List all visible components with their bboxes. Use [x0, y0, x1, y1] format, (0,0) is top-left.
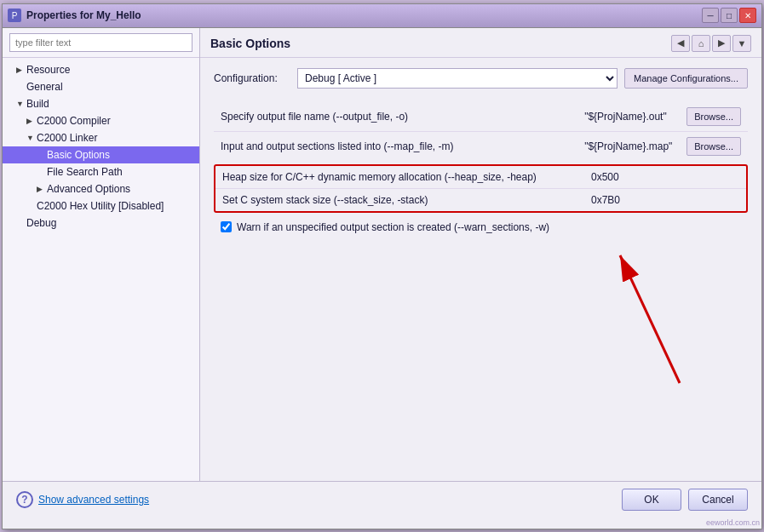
- footer: ? Show advanced settings OK Cancel: [3, 481, 761, 518]
- sidebar-item-label: File Search Path: [47, 166, 123, 178]
- page-title: Basic Options: [210, 37, 290, 50]
- sidebar-item-file-search-path[interactable]: File Search Path: [3, 163, 199, 180]
- show-advanced-link[interactable]: Show advanced settings: [38, 494, 149, 506]
- browse-cell: [686, 188, 746, 211]
- table-row: Specify output file name (--output_file,…: [214, 102, 748, 132]
- highlighted-table: Heap size for C/C++ dynamic memory alloc…: [215, 166, 746, 211]
- config-label: Configuration:: [214, 72, 290, 84]
- footer-right: OK Cancel: [622, 489, 748, 511]
- main-panel: Basic Options ◀ ⌂ ▶ ▼ Configuration: Deb…: [200, 28, 761, 481]
- panel-body: Configuration: Debug [ Active ] Manage C…: [200, 58, 761, 481]
- tree-arrow-icon: ▶: [16, 66, 26, 74]
- red-arrow-icon: [595, 238, 697, 392]
- sidebar-item-c2000-compiler[interactable]: ▶C2000 Compiler: [3, 112, 199, 129]
- content-area: ▶ResourceGeneral▼Build▶C2000 Compiler▼C2…: [3, 28, 761, 481]
- highlighted-section: Heap size for C/C++ dynamic memory alloc…: [214, 164, 748, 213]
- title-bar-controls: ─ □ ✕: [702, 8, 756, 23]
- options-table: Specify output file name (--output_file,…: [214, 102, 748, 161]
- window-title: Properties for My_Hello: [26, 9, 141, 21]
- tree-arrow-icon: ▶: [26, 117, 37, 125]
- row-value: 0x500: [584, 166, 686, 189]
- warn-checkbox[interactable]: [221, 221, 232, 232]
- window-icon: P: [8, 9, 21, 22]
- help-icon[interactable]: ?: [16, 491, 33, 508]
- back-button[interactable]: ◀: [671, 35, 690, 52]
- footer-left: ? Show advanced settings: [16, 491, 149, 508]
- maximize-button[interactable]: □: [721, 8, 738, 23]
- browse-cell: Browse...: [680, 131, 748, 161]
- svg-line-1: [620, 255, 680, 383]
- row-label: Heap size for C/C++ dynamic memory alloc…: [215, 166, 584, 189]
- warn-label: Warn if an unspecified output section is…: [237, 221, 549, 233]
- sidebar-item-label: Advanced Options: [47, 183, 130, 195]
- row-label: Specify output file name (--output_file,…: [214, 102, 577, 132]
- panel-header: Basic Options ◀ ⌂ ▶ ▼: [200, 28, 761, 58]
- panel-toolbar: ◀ ⌂ ▶ ▼: [671, 35, 751, 52]
- tree: ▶ResourceGeneral▼Build▶C2000 Compiler▼C2…: [3, 58, 199, 481]
- cancel-button[interactable]: Cancel: [688, 489, 748, 511]
- properties-window: P Properties for My_Hello ─ □ ✕ ▶Resourc…: [2, 3, 762, 529]
- sidebar-item-label: C2000 Compiler: [37, 115, 111, 127]
- table-row: Heap size for C/C++ dynamic memory alloc…: [215, 166, 746, 189]
- watermark: eeworld.com.cn: [3, 518, 761, 529]
- sidebar-item-label: General: [26, 81, 63, 93]
- browse-cell: Browse...: [680, 102, 748, 132]
- filter-input[interactable]: [9, 33, 192, 52]
- row-value: "${ProjName}.map": [577, 131, 680, 161]
- sidebar: ▶ResourceGeneral▼Build▶C2000 Compiler▼C2…: [3, 28, 200, 481]
- sidebar-item-label: Debug: [26, 217, 56, 229]
- config-select[interactable]: Debug [ Active ]: [297, 68, 618, 89]
- table-row: Input and output sections listed into (-…: [214, 131, 748, 161]
- sidebar-item-label: Build: [26, 98, 49, 110]
- arrow-annotation: [214, 238, 748, 409]
- title-bar: P Properties for My_Hello ─ □ ✕: [3, 4, 761, 28]
- row-value: 0x7B0: [584, 188, 686, 211]
- browse-button[interactable]: Browse...: [686, 137, 741, 156]
- sidebar-item-debug[interactable]: Debug: [3, 215, 199, 232]
- sidebar-item-c2000-linker[interactable]: ▼C2000 Linker: [3, 129, 199, 146]
- browse-cell: [686, 166, 746, 189]
- sidebar-item-label: C2000 Hex Utility [Disabled]: [37, 200, 164, 212]
- row-value: "${ProjName}.out": [577, 102, 680, 132]
- sidebar-item-advanced-options[interactable]: ▶Advanced Options: [3, 180, 199, 197]
- sidebar-item-label: Resource: [26, 64, 70, 76]
- forward-button[interactable]: ▶: [712, 35, 731, 52]
- browse-button[interactable]: Browse...: [686, 107, 741, 126]
- table-row: Set C system stack size (--stack_size, -…: [215, 188, 746, 211]
- configuration-row: Configuration: Debug [ Active ] Manage C…: [214, 68, 748, 89]
- title-bar-left: P Properties for My_Hello: [8, 9, 141, 22]
- manage-configurations-button[interactable]: Manage Configurations...: [624, 68, 748, 89]
- ok-button[interactable]: OK: [622, 489, 681, 511]
- sidebar-item-label: C2000 Linker: [37, 132, 97, 144]
- sidebar-item-general[interactable]: General: [3, 78, 199, 95]
- home-button[interactable]: ⌂: [692, 35, 710, 52]
- filter-box: [3, 28, 199, 58]
- tree-arrow-icon: ▶: [37, 185, 47, 193]
- row-label: Input and output sections listed into (-…: [214, 131, 577, 161]
- dropdown-button[interactable]: ▼: [732, 35, 751, 52]
- sidebar-item-c2000-hex-utility[interactable]: C2000 Hex Utility [Disabled]: [3, 197, 199, 215]
- tree-arrow-icon: ▼: [16, 100, 26, 108]
- row-label: Set C system stack size (--stack_size, -…: [215, 188, 584, 211]
- sidebar-item-basic-options[interactable]: Basic Options: [3, 146, 199, 163]
- minimize-button[interactable]: ─: [702, 8, 719, 23]
- warn-checkbox-row: Warn if an unspecified output section is…: [214, 216, 748, 238]
- sidebar-item-resource[interactable]: ▶Resource: [3, 61, 199, 78]
- close-button[interactable]: ✕: [739, 8, 756, 23]
- tree-arrow-icon: ▼: [26, 134, 37, 142]
- sidebar-item-label: Basic Options: [47, 149, 110, 161]
- sidebar-item-build[interactable]: ▼Build: [3, 95, 199, 112]
